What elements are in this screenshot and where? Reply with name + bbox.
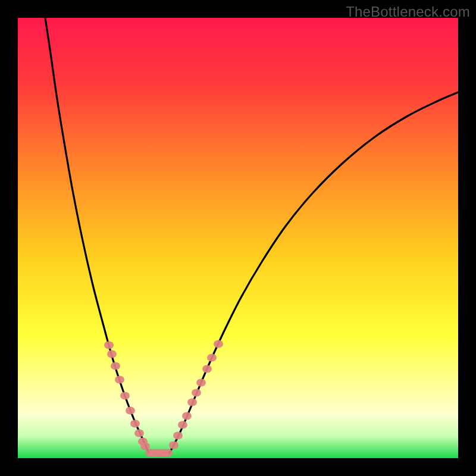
marker-point — [140, 442, 150, 450]
chart-frame: TheBottleneck.com — [0, 0, 476, 476]
marker-point — [178, 421, 187, 428]
marker-point — [115, 375, 124, 383]
marker-point — [169, 441, 178, 449]
marker-point — [187, 398, 197, 406]
gradient-background — [18, 18, 458, 458]
marker-point — [214, 340, 223, 347]
marker-point — [104, 341, 114, 349]
marker-point — [120, 392, 130, 399]
marker-point — [196, 378, 206, 386]
chart-svg — [18, 18, 458, 458]
marker-point — [107, 350, 117, 358]
marker-point — [111, 362, 120, 369]
plot-area — [18, 18, 458, 458]
marker-point — [182, 412, 192, 419]
marker-point — [202, 365, 212, 372]
marker-point — [134, 429, 144, 437]
marker-point — [130, 419, 140, 427]
marker-point — [126, 406, 135, 414]
marker-point — [207, 353, 217, 361]
marker-point — [192, 389, 201, 396]
marker-point — [173, 431, 183, 439]
marker-point — [163, 449, 173, 456]
